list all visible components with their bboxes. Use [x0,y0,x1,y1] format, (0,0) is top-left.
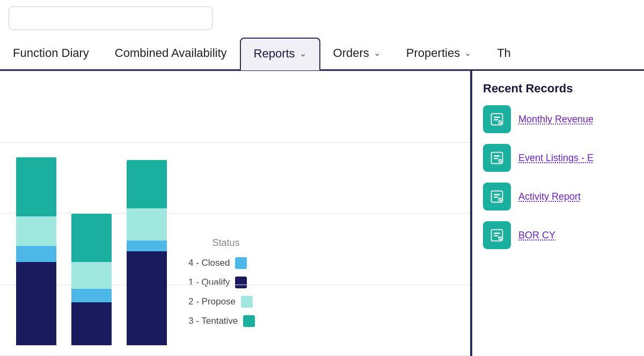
nav-label-combined-availability: Combined Availability [115,46,227,60]
legend-area: Status 4 - Closed1 - Qualify2 - Propose3… [167,227,285,345]
legend-title: Status [188,237,264,249]
nav-item-orders[interactable]: Orders ⌄ [320,37,393,69]
svg-rect-5 [494,155,500,156]
legend-swatch-tentative [243,315,255,327]
nav-label-reports: Reports [254,47,295,61]
record-item-event-listings[interactable]: Event Listings - E [483,144,633,172]
bar-segment-2-3 [127,160,167,208]
legend-swatch-propose [241,296,253,308]
legend-swatch-qualify [235,277,247,288]
bar-segment-2-1 [127,241,167,251]
grid-line [0,71,470,71]
bar-segment-1-1 [71,289,112,302]
legend-item-propose: 2 - Propose [188,296,255,308]
top-bar [0,0,644,37]
recent-records-panel: Recent Records Monthly Revenue Event Lis… [472,71,644,356]
legend-label-qualify: 1 - Qualify [188,277,230,288]
nav-item-reports[interactable]: Reports ⌄ [240,38,320,70]
legend-label-tentative: 3 - Tentative [188,316,238,326]
orders-chevron-icon: ⌄ [374,48,380,58]
legend-label-closed: 4 - Closed [188,258,230,268]
svg-rect-2 [494,119,498,120]
svg-rect-14 [494,235,498,236]
svg-rect-10 [494,197,498,198]
svg-rect-13 [494,233,500,234]
nav-label-th: Th [497,46,511,60]
stacked-bar-2 [127,160,167,345]
legend-list: 4 - Closed1 - Qualify2 - Propose3 - Tent… [188,257,255,335]
nav-label-function-diary: Function Diary [13,46,89,60]
record-label-activity-report[interactable]: Activity Report [518,191,581,202]
nav-label-properties: Properties [406,46,460,60]
record-label-monthly-revenue[interactable]: Monthly Revenue [518,114,594,125]
main-content: Status 4 - Closed1 - Qualify2 - Propose3… [0,71,644,356]
bar-group-1 [71,82,112,345]
reports-chevron-icon: ⌄ [299,48,306,59]
nav-bar: Function Diary Combined Availability Rep… [0,37,644,71]
bar-segment-1-2 [71,262,112,289]
record-icon-bor-cy [483,221,511,249]
search-input[interactable] [9,6,213,30]
svg-rect-9 [494,194,500,195]
nav-item-combined-availability[interactable]: Combined Availability [102,37,240,69]
bar-segment-2-0 [127,251,167,345]
stacked-bar-0 [16,157,56,345]
record-icon-monthly-revenue [483,105,511,133]
nav-item-properties[interactable]: Properties ⌄ [393,37,484,69]
bar-segment-2-2 [127,208,167,241]
bar-segment-0-0 [16,262,56,345]
record-list: Monthly Revenue Event Listings - E Activ… [483,105,633,249]
properties-chevron-icon: ⌄ [464,48,471,58]
bar-segment-1-0 [71,302,112,345]
record-item-activity-report[interactable]: Activity Report [483,183,633,210]
record-icon-activity-report [483,183,511,210]
legend-item-closed: 4 - Closed [188,257,255,269]
recent-records-title: Recent Records [483,82,633,96]
legend-item-qualify: 1 - Qualify [188,277,255,288]
legend-item-tentative: 3 - Tentative [188,315,255,327]
svg-rect-6 [494,158,498,159]
record-item-bor-cy[interactable]: BOR CY [483,221,633,249]
record-label-event-listings[interactable]: Event Listings - E [518,152,594,164]
bar-segment-0-1 [16,246,56,262]
bar-segment-1-3 [71,214,112,262]
record-icon-event-listings [483,144,511,172]
stacked-bar-1 [71,214,112,345]
nav-item-function-diary[interactable]: Function Diary [0,37,102,69]
svg-rect-1 [494,117,500,118]
bar-group-2 [127,82,167,345]
bar-group-0 [16,82,56,345]
record-label-bor-cy[interactable]: BOR CY [518,230,555,241]
nav-item-th[interactable]: Th [484,37,524,69]
record-item-monthly-revenue[interactable]: Monthly Revenue [483,105,633,133]
chart-area: Status 4 - Closed1 - Qualify2 - Propose3… [0,71,470,356]
legend-swatch-closed [235,257,247,269]
bar-segment-0-2 [16,216,56,246]
legend-label-propose: 2 - Propose [188,296,236,307]
bars-container [5,82,167,345]
bar-segment-0-3 [16,157,56,216]
nav-label-orders: Orders [333,46,369,60]
